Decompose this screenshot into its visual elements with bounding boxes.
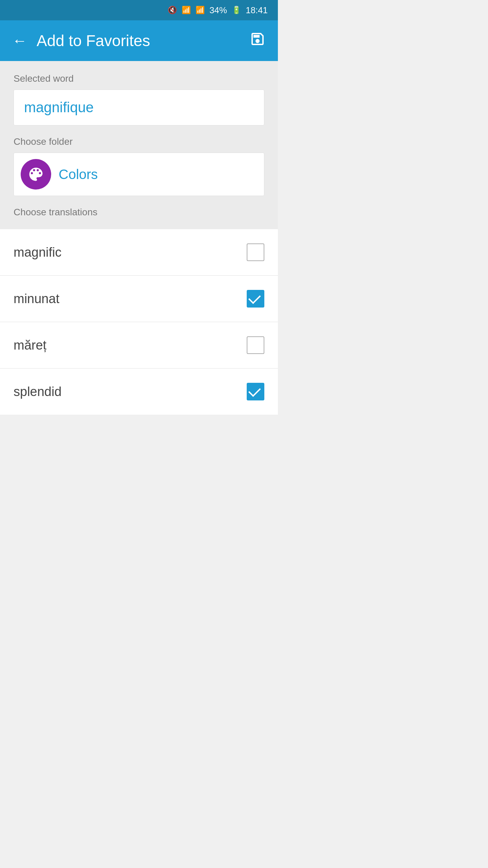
translations-list: magnificminunatmărețsplendid (0, 229, 278, 415)
app-bar-left: ← Add to Favorites (12, 32, 150, 50)
translation-word: magnific (14, 245, 62, 260)
folder-icon-circle (21, 159, 51, 190)
back-button[interactable]: ← (12, 32, 27, 49)
signal-icon: 📶 (196, 6, 205, 15)
app-bar: ← Add to Favorites (0, 20, 278, 61)
translation-checkbox[interactable] (247, 290, 264, 308)
translation-item[interactable]: splendid (0, 369, 278, 415)
wifi-icon: 📶 (182, 6, 191, 15)
choose-translations-label: Choose translations (14, 207, 264, 221)
page-title: Add to Favorites (37, 32, 150, 50)
battery-percent: 34% (209, 5, 227, 16)
content-area: Selected word magnifique Choose folder C… (0, 61, 278, 229)
translation-item[interactable]: măreț (0, 322, 278, 369)
battery-icon: 🔋 (232, 6, 241, 15)
translation-checkbox[interactable] (247, 336, 264, 354)
mute-icon: 🔇 (168, 6, 177, 15)
translation-word: măreț (14, 338, 46, 353)
translation-checkbox[interactable] (247, 243, 264, 261)
selected-word-label: Selected word (14, 73, 264, 84)
translation-checkbox[interactable] (247, 383, 264, 400)
folder-name: Colors (59, 167, 98, 182)
selected-word-field[interactable]: magnifique (14, 90, 264, 125)
translation-item[interactable]: minunat (0, 276, 278, 322)
translation-word: minunat (14, 292, 59, 306)
clock: 18:41 (246, 5, 268, 16)
save-button[interactable] (249, 31, 266, 51)
status-icons: 🔇 📶 📶 34% 🔋 18:41 (168, 5, 268, 16)
choose-folder-label: Choose folder (14, 136, 264, 147)
folder-selector[interactable]: Colors (14, 153, 264, 196)
translation-word: splendid (14, 384, 62, 399)
selected-word-value: magnifique (24, 99, 94, 115)
status-bar: 🔇 📶 📶 34% 🔋 18:41 (0, 0, 278, 20)
translation-item[interactable]: magnific (0, 229, 278, 276)
